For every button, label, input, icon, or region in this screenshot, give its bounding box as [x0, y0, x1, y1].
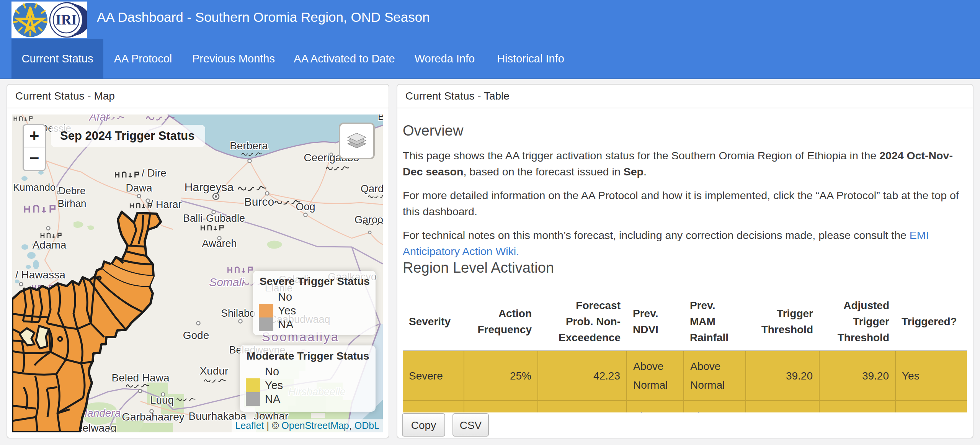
- svg-text:IRI: IRI: [56, 12, 77, 28]
- svg-text:Xudur: Xudur: [200, 365, 229, 377]
- svg-text:Shilabo: Shilabo: [221, 308, 255, 319]
- svg-text:Debre: Debre: [59, 185, 86, 196]
- svg-text:Berbera: Berbera: [230, 140, 268, 152]
- svg-text:Birhan: Birhan: [57, 198, 86, 209]
- svg-text:Gode: Gode: [183, 329, 209, 341]
- svg-text:Beled Hawa: Beled Hawa: [112, 372, 170, 384]
- svg-text:Somali: Somali: [209, 276, 245, 288]
- svg-text:Dawa: Dawa: [126, 182, 152, 194]
- svg-text:Hargeysa: Hargeysa: [185, 181, 234, 193]
- svg-text:/ Hawassa: / Hawassa: [15, 269, 65, 281]
- svg-text:/ Dire: / Dire: [142, 167, 167, 179]
- svg-text:Burco: Burco: [244, 195, 274, 208]
- svg-text:Adama: Adama: [33, 239, 67, 251]
- svg-text:Qardh: Qardh: [361, 183, 383, 195]
- svg-text:Oog: Oog: [296, 201, 315, 213]
- svg-text:B: B: [378, 115, 383, 122]
- svg-text:/ Harar: / Harar: [150, 199, 182, 210]
- svg-text:Kumando: Kumando: [13, 182, 56, 193]
